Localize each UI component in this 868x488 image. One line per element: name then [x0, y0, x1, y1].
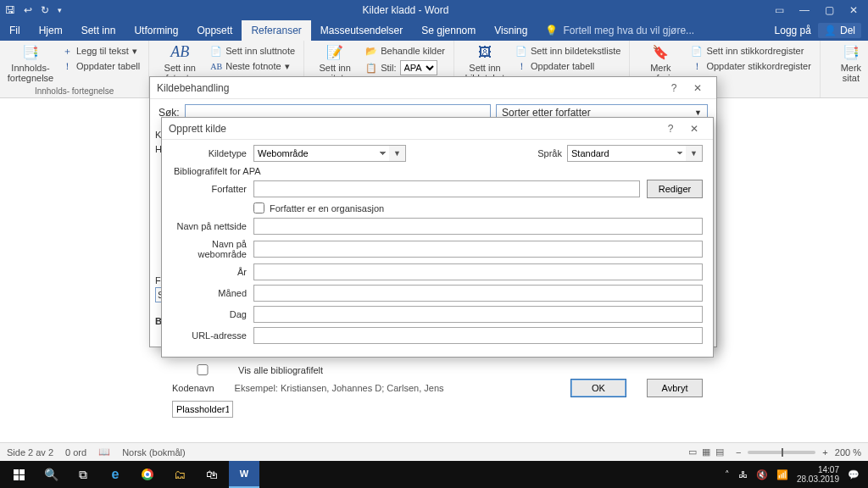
wifi-icon[interactable]: 📶 — [776, 469, 788, 480]
insert-index-button[interactable]: 📄Sett inn stikkordregister — [689, 44, 813, 58]
edit-author-button[interactable]: Rediger — [647, 180, 703, 198]
show-all-fields-check[interactable] — [172, 364, 233, 375]
redo-icon[interactable]: ↻ — [41, 4, 49, 16]
citation-style[interactable]: 📋Stil: APA — [364, 59, 447, 76]
window-titlebar: 🖫 ↩ ↻ ▾ Kilder kladd - Word ▭ — ▢ ✕ — [0, 0, 868, 20]
print-layout-icon[interactable]: ▦ — [702, 446, 710, 458]
footnote-icon: AB — [171, 44, 188, 61]
page-indicator[interactable]: Side 2 av 2 — [7, 447, 53, 458]
refresh-icon: ！ — [691, 60, 703, 72]
update-table-button[interactable]: ！Oppdater tabell — [59, 59, 142, 73]
document-title: Kilder kladd - Word — [62, 4, 749, 16]
help-icon[interactable]: ? — [659, 123, 682, 135]
chevron-down-icon[interactable]: ▼ — [686, 145, 703, 162]
list-icon: 📄 — [691, 45, 703, 57]
chevron-down-icon: ▼ — [694, 108, 702, 117]
url-label: URL-adresse — [172, 330, 253, 341]
page-name-input[interactable] — [253, 218, 703, 235]
notifications-icon[interactable]: 💬 — [848, 469, 860, 480]
toc-group-label: Innholds- fortegnelse — [7, 85, 142, 96]
zoom-out-icon[interactable]: − — [736, 447, 741, 458]
taskbar: 🔍 ⧉ e 🗂 🛍 W ˄ 🖧 🔇 📶 14:07 28.03.2019 💬 — [0, 461, 868, 488]
insert-endnote-button[interactable]: 📄Sett inn sluttnote — [209, 44, 297, 58]
author-input[interactable] — [253, 180, 640, 197]
zoom-in-icon[interactable]: + — [822, 447, 827, 458]
day-input[interactable] — [253, 306, 703, 323]
close-icon[interactable]: ✕ — [682, 123, 706, 135]
maximize-icon[interactable]: ▢ — [825, 4, 834, 16]
share-label: Del — [840, 25, 855, 36]
source-type-select[interactable]: Webområde — [253, 145, 389, 162]
tab-sett-inn[interactable]: Sett inn — [72, 20, 125, 41]
update-figure-table-button[interactable]: ！Oppdater tabell — [514, 59, 622, 73]
clock[interactable]: 14:07 28.03.2019 — [797, 465, 839, 484]
minimize-icon[interactable]: — — [799, 4, 810, 16]
zoom-value[interactable]: 200 % — [835, 447, 861, 458]
volume-icon[interactable]: 🔇 — [756, 469, 768, 480]
ribbon-display-icon[interactable]: ▭ — [775, 4, 784, 16]
language-select[interactable]: Standard — [567, 145, 686, 162]
lightbulb-icon: 💡 — [545, 25, 558, 36]
url-input[interactable] — [253, 327, 703, 344]
clock-time: 14:07 — [797, 465, 839, 474]
month-input[interactable] — [253, 285, 703, 302]
cancel-button[interactable]: Avbryt — [647, 379, 703, 397]
style-icon: 📋 — [365, 62, 377, 74]
endnote-icon: 📄 — [210, 45, 222, 57]
tab-se-gjennom[interactable]: Se gjennom — [412, 20, 485, 41]
tab-masseutsendelser[interactable]: Masseutsendelser — [311, 20, 412, 41]
corporate-author-label: Forfatter er en organisasjon — [270, 203, 384, 214]
share-button[interactable]: 👤 Del — [818, 23, 861, 38]
tab-referanser[interactable]: Referanser — [242, 20, 310, 41]
search-button[interactable]: 🔍 — [36, 461, 66, 488]
store-button[interactable]: 🛍 — [197, 461, 227, 488]
year-input[interactable] — [253, 263, 703, 280]
task-view-button[interactable]: ⧉ — [68, 461, 98, 488]
update-index-button[interactable]: ！Oppdater stikkordregister — [689, 59, 813, 73]
next-footnote-button[interactable]: ABNeste fotnote ▾ — [209, 59, 297, 73]
word-count[interactable]: 0 ord — [65, 447, 86, 458]
chrome-button[interactable] — [132, 461, 163, 488]
sign-in-link[interactable]: Logg på — [775, 25, 811, 36]
toc-button[interactable]: 📑 Innholds- fortegnelse — [7, 44, 54, 83]
caption-icon: 🖼 — [476, 44, 493, 61]
explorer-button[interactable]: 🗂 — [164, 461, 195, 488]
spellcheck-icon[interactable]: 📖 — [98, 446, 110, 458]
tab-utforming[interactable]: Utforming — [125, 20, 187, 41]
tab-fil[interactable]: Fil — [0, 20, 30, 41]
start-button[interactable] — [3, 461, 34, 488]
edge-button[interactable]: e — [100, 461, 131, 488]
word-button[interactable]: W — [229, 461, 259, 488]
undo-icon[interactable]: ↩ — [24, 4, 32, 16]
share-icon: 👤 — [824, 25, 837, 36]
corporate-author-checkbox[interactable]: Forfatter er en organisasjon — [253, 202, 384, 214]
tell-me[interactable]: 💡 Fortell meg hva du vil gjøre... — [537, 20, 703, 41]
language-indicator[interactable]: Norsk (bokmål) — [122, 447, 186, 458]
tray-chevron-icon[interactable]: ˄ — [725, 469, 730, 480]
corporate-author-check[interactable] — [253, 202, 264, 214]
close-icon[interactable]: ✕ — [849, 4, 858, 16]
add-text-button[interactable]: ＋Legg til tekst ▾ — [59, 44, 142, 58]
show-all-fields-checkbox[interactable]: Vis alle bibliografifelt — [172, 364, 323, 375]
toc-label: Innholds- fortegnelse — [8, 63, 53, 83]
citation-style-select[interactable]: APA — [400, 60, 437, 75]
close-icon[interactable]: ✕ — [686, 82, 709, 94]
site-name-input[interactable] — [253, 241, 703, 258]
source-type-label: Kildetype — [172, 148, 253, 158]
chrome-icon — [142, 469, 153, 480]
insert-figure-list-button[interactable]: 📄Sett inn bildetekstliste — [514, 44, 622, 58]
manage-sources-button[interactable]: 📂Behandle kilder — [364, 44, 447, 58]
tab-oppsett[interactable]: Oppsett — [187, 20, 242, 41]
read-mode-icon[interactable]: ▭ — [688, 446, 697, 458]
network-icon[interactable]: 🖧 — [738, 469, 748, 480]
tab-visning[interactable]: Visning — [485, 20, 537, 41]
ok-button[interactable]: OK — [570, 379, 626, 397]
tagname-input[interactable] — [172, 401, 233, 418]
web-layout-icon[interactable]: ▤ — [715, 446, 724, 458]
zoom-slider[interactable] — [748, 451, 815, 454]
help-icon[interactable]: ? — [662, 82, 686, 94]
tab-hjem[interactable]: Hjem — [30, 20, 72, 41]
chevron-down-icon[interactable]: ▼ — [389, 145, 406, 162]
save-icon[interactable]: 🖫 — [5, 4, 15, 16]
mark-citation-button[interactable]: 📑 Merk sitat — [827, 44, 868, 83]
